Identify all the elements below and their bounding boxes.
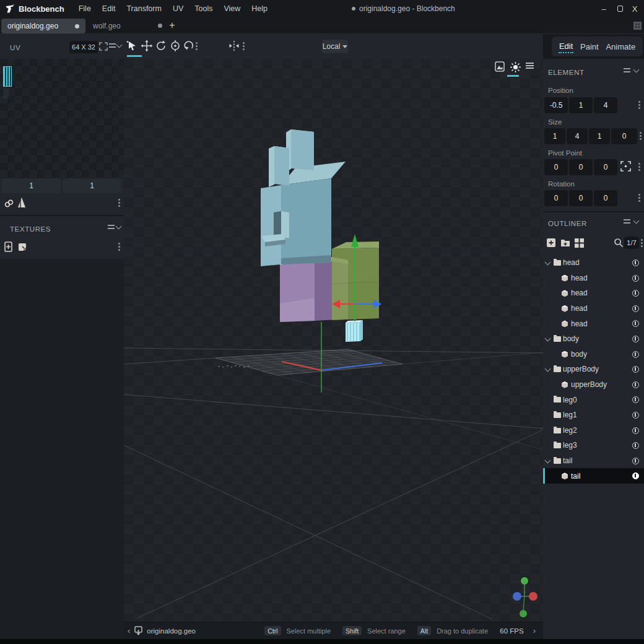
- uv-editor-canvas[interactable]: [0, 59, 124, 178]
- tab-originaldog[interactable]: originaldog.geo: [1, 19, 85, 33]
- visibility-icon[interactable]: [632, 259, 639, 266]
- size-y-field[interactable]: 4: [567, 128, 588, 144]
- visibility-icon[interactable]: [632, 442, 639, 449]
- textures-panel-menu-icon[interactable]: [108, 225, 115, 229]
- tab-paint[interactable]: Paint: [580, 41, 599, 53]
- outliner-row-group[interactable]: tail: [543, 453, 644, 469]
- close-button[interactable]: X: [627, 0, 643, 17]
- outliner-row-cube[interactable]: head: [543, 301, 644, 316]
- rotation-options-icon[interactable]: [638, 194, 640, 196]
- outliner-row-cube[interactable]: upperBody: [543, 377, 644, 393]
- dog-model[interactable]: [261, 129, 379, 342]
- size-inflate-field[interactable]: 0: [611, 128, 637, 144]
- outliner-row-cube[interactable]: body: [543, 347, 644, 362]
- element-panel-menu-icon[interactable]: [624, 68, 630, 72]
- menu-view[interactable]: View: [218, 0, 246, 17]
- chevron-down-icon[interactable]: [545, 259, 551, 266]
- tab-wolf[interactable]: wolf.geo: [93, 19, 165, 33]
- fullscreen-icon[interactable]: [99, 42, 108, 51]
- visibility-icon[interactable]: [632, 396, 639, 403]
- rotation-y-field[interactable]: 0: [569, 190, 593, 206]
- outliner-options-icon[interactable]: [641, 239, 643, 241]
- position-x-field[interactable]: -0.5: [544, 97, 568, 113]
- outliner-row-group[interactable]: upperBody: [543, 362, 644, 377]
- outliner-row-group[interactable]: leg2: [543, 423, 644, 438]
- menu-file[interactable]: File: [73, 0, 97, 17]
- toggle-panel-layout-icon[interactable]: [574, 238, 585, 248]
- toolbar-more-icon[interactable]: [196, 42, 198, 44]
- outliner-panel-collapse-icon[interactable]: [633, 218, 640, 224]
- uv-more-options-icon[interactable]: [118, 199, 120, 201]
- rotate-tool-icon[interactable]: [155, 40, 167, 52]
- visibility-icon[interactable]: [632, 412, 639, 419]
- outliner-row-group[interactable]: leg3: [543, 438, 644, 453]
- uv-panel-collapse-icon[interactable]: [116, 42, 123, 48]
- move-tool-icon[interactable]: [141, 40, 153, 52]
- add-cube-icon[interactable]: [546, 237, 557, 248]
- menu-tools[interactable]: Tools: [189, 0, 218, 17]
- visibility-icon[interactable]: [632, 381, 639, 388]
- lighting-sun-icon[interactable]: [510, 61, 521, 73]
- rotation-z-field[interactable]: 0: [594, 190, 617, 206]
- visibility-icon[interactable]: [632, 336, 639, 342]
- create-texture-icon[interactable]: [4, 241, 14, 253]
- layout-grid-icon[interactable]: [633, 22, 642, 30]
- scale-tool-icon[interactable]: [169, 40, 181, 52]
- mirror-uv-icon[interactable]: [17, 197, 27, 209]
- visibility-icon[interactable]: [632, 366, 639, 373]
- tab-edit[interactable]: Edit: [559, 40, 573, 53]
- outliner-row-group[interactable]: leg1: [543, 407, 644, 423]
- chevron-down-icon[interactable]: [545, 336, 551, 342]
- pivot-x-field[interactable]: 0: [544, 159, 568, 175]
- outliner-panel-menu-icon[interactable]: [624, 219, 630, 224]
- size-options-icon[interactable]: [640, 132, 642, 134]
- chevron-down-icon[interactable]: [545, 366, 551, 372]
- minimize-button[interactable]: –: [596, 0, 612, 17]
- visibility-icon[interactable]: [632, 320, 639, 327]
- status-next-icon[interactable]: ›: [529, 626, 539, 635]
- visibility-icon[interactable]: [632, 472, 639, 479]
- visibility-icon[interactable]: [632, 351, 639, 358]
- viewport-menu-icon[interactable]: [525, 61, 534, 70]
- mirror-painting-icon[interactable]: [228, 40, 240, 52]
- save-status-icon[interactable]: [134, 626, 143, 636]
- status-prev-icon[interactable]: ‹: [124, 626, 134, 635]
- visibility-icon[interactable]: [632, 458, 639, 464]
- visibility-icon[interactable]: [632, 427, 639, 434]
- uv-size-button[interactable]: 64 X 32: [69, 41, 98, 53]
- chevron-down-icon[interactable]: [545, 457, 551, 463]
- import-texture-icon[interactable]: [17, 242, 28, 253]
- menu-edit[interactable]: Edit: [97, 0, 121, 17]
- menu-uv[interactable]: UV: [167, 0, 189, 17]
- uv-face-element[interactable]: [3, 66, 12, 87]
- tab-animate[interactable]: Animate: [605, 41, 636, 53]
- unsaved-dot-icon[interactable]: [75, 24, 79, 28]
- rotation-x-field[interactable]: 0: [544, 190, 568, 206]
- outliner-row-cube[interactable]: head: [543, 271, 644, 286]
- select-tool-icon[interactable]: [126, 40, 138, 52]
- pivot-z-field[interactable]: 0: [594, 159, 617, 175]
- transform-space-dropdown[interactable]: Local: [322, 40, 348, 53]
- position-options-icon[interactable]: [638, 101, 640, 103]
- element-panel-collapse-icon[interactable]: [633, 67, 640, 73]
- uv-grid-x-button[interactable]: 1: [2, 178, 61, 193]
- textures-panel-collapse-icon[interactable]: [116, 224, 122, 230]
- visibility-icon[interactable]: [632, 275, 639, 282]
- center-pivot-icon[interactable]: [620, 160, 632, 172]
- size-x-field[interactable]: 1: [544, 128, 565, 144]
- unsaved-dot-icon[interactable]: [158, 24, 162, 28]
- uv-grid-y-button[interactable]: 1: [63, 178, 121, 193]
- visibility-icon[interactable]: [632, 290, 639, 297]
- view-orientation-gizmo[interactable]: [513, 577, 537, 617]
- outliner-row-cube[interactable]: head: [543, 285, 644, 301]
- tail-cube[interactable]: [346, 320, 363, 342]
- outliner-row-group[interactable]: body: [543, 331, 644, 347]
- link-uv-icon[interactable]: [4, 198, 14, 209]
- toolbar-more-icon[interactable]: [243, 42, 245, 44]
- outliner-row-cube-selected[interactable]: tail: [543, 468, 644, 484]
- position-z-field[interactable]: 4: [594, 97, 617, 113]
- pivot-tool-icon[interactable]: [183, 40, 195, 52]
- outliner-row-group[interactable]: head: [543, 255, 644, 271]
- uv-panel-menu-icon[interactable]: [109, 43, 116, 48]
- pivot-y-field[interactable]: 0: [569, 159, 593, 175]
